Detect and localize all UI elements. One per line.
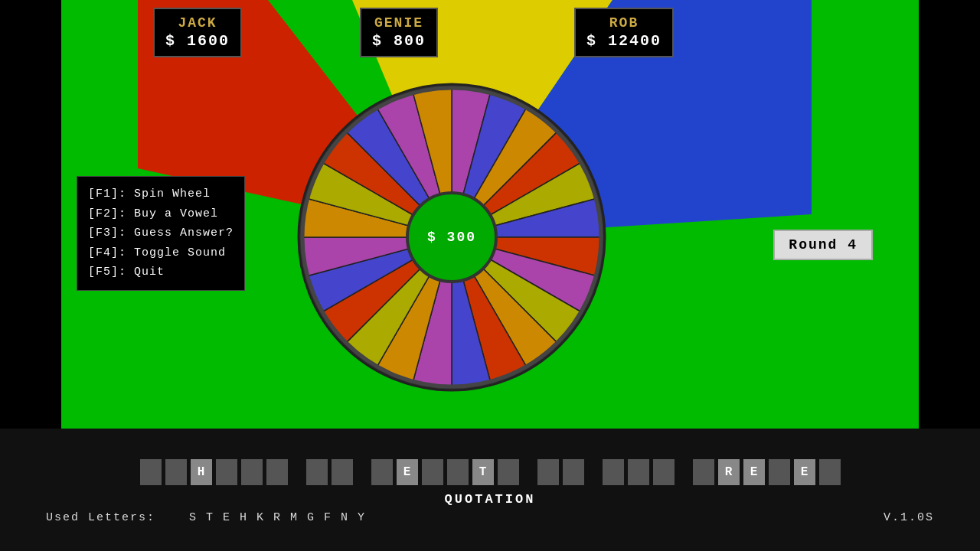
player-rob: ROB $ 12400: [574, 8, 674, 57]
controls-panel: [F1]: Spin Wheel [F2]: Buy a Vowel [F3]:…: [77, 176, 245, 291]
player-rob-name: ROB: [586, 15, 662, 31]
player-rob-score: $ 12400: [586, 32, 662, 50]
round-indicator: Round 4: [773, 230, 873, 260]
puzzle-cell: [678, 459, 689, 485]
puzzle-cell: [241, 459, 263, 485]
puzzle-cell: [769, 459, 790, 485]
puzzle-cell: [498, 459, 519, 485]
round-label: Round: [789, 237, 838, 253]
version-text: V.1.0S: [884, 511, 934, 524]
control-f2[interactable]: [F2]: Buy a Vowel: [88, 204, 234, 224]
player-genie-score: $ 800: [372, 32, 426, 50]
puzzle-cell: [357, 459, 368, 485]
puzzle-cell: [537, 459, 559, 485]
control-f4[interactable]: [F4]: Toggle Sound: [88, 243, 234, 263]
puzzle-cell: [819, 459, 841, 485]
puzzle-cell: [266, 459, 288, 485]
wheel-container: $ 300: [291, 77, 612, 398]
category-label: QUOTATION: [445, 492, 536, 507]
round-number: 4: [848, 237, 858, 253]
main-container: JACK $ 1600 GENIE $ 800 ROB $ 12400 $ 30…: [0, 0, 980, 551]
puzzle-cell: R: [718, 459, 740, 485]
puzzle-cell: [447, 459, 469, 485]
player-jack-name: JACK: [165, 15, 230, 31]
used-letters-values: S T E H K R M G F N Y: [189, 511, 366, 524]
wheel-center-value: $ 300: [427, 230, 476, 245]
puzzle-cell: E: [743, 459, 765, 485]
game-area: JACK $ 1600 GENIE $ 800 ROB $ 12400 $ 30…: [61, 0, 919, 429]
player-jack-score: $ 1600: [165, 32, 230, 50]
used-letters-text: Used Letters: S T E H K R M G F N Y: [46, 511, 366, 524]
puzzle-cell: [693, 459, 714, 485]
puzzle-cell: [422, 459, 443, 485]
control-f3[interactable]: [F3]: Guess Answer?: [88, 223, 234, 243]
puzzle-cell: [628, 459, 649, 485]
puzzle-cell: [332, 459, 353, 485]
puzzle-cell: [140, 459, 162, 485]
control-f1[interactable]: [F1]: Spin Wheel: [88, 184, 234, 204]
puzzle-row: HETREE: [109, 458, 872, 486]
puzzle-cell: [165, 459, 187, 485]
puzzle-cell: T: [472, 459, 494, 485]
puzzle-area: HETREE QUOTATION Used Letters: S T E H K…: [0, 429, 980, 551]
control-f5[interactable]: [F5]: Quit: [88, 262, 234, 282]
puzzle-cell: H: [191, 459, 212, 485]
puzzle-cell: E: [397, 459, 418, 485]
used-letters-label: Used Letters:: [46, 511, 155, 524]
wheel-center: $ 300: [406, 191, 498, 283]
puzzle-cell: [216, 459, 237, 485]
used-letters-row: Used Letters: S T E H K R M G F N Y V.1.…: [0, 511, 980, 524]
player-genie-name: GENIE: [372, 15, 426, 31]
puzzle-cell: [292, 459, 302, 485]
puzzle-cell: [653, 459, 675, 485]
puzzle-cell: [371, 459, 393, 485]
puzzle-cell: [603, 459, 624, 485]
player-genie: GENIE $ 800: [360, 8, 438, 57]
puzzle-cell: E: [794, 459, 815, 485]
player-jack: JACK $ 1600: [153, 8, 242, 57]
puzzle-cell: [306, 459, 328, 485]
puzzle-cell: [588, 459, 599, 485]
puzzle-cell: [563, 459, 584, 485]
puzzle-cell: [523, 459, 534, 485]
